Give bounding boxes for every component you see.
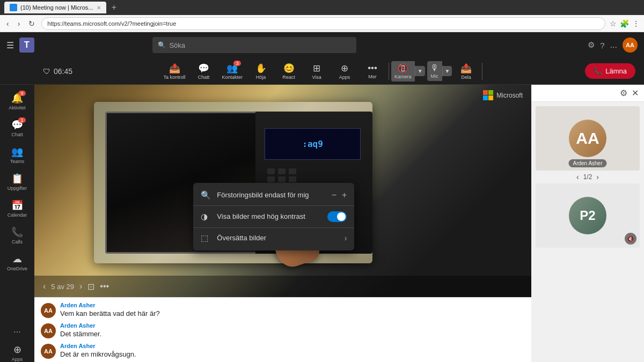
new-tab-button[interactable]: + xyxy=(108,2,120,13)
transcript-scroll[interactable]: AA Arden Asher Vem kan berätta vad det h… xyxy=(34,298,531,362)
p2-avatar: P2 xyxy=(569,197,606,234)
msg2-avatar: AA xyxy=(41,323,56,338)
more-header-icon[interactable]: ... xyxy=(610,40,617,50)
tab-close[interactable]: ✕ xyxy=(97,5,101,11)
nav-reload-button[interactable]: ↻ xyxy=(26,18,37,29)
msg3-text: Det är en mikrovågsugn. xyxy=(60,350,136,358)
url-text: https://teams.microsoft.com/v2/?meetingj… xyxy=(47,20,176,27)
settings-panel-button[interactable]: ⚙ xyxy=(620,88,627,98)
toolbar-ta-kontroll[interactable]: 📤 Ta kontroll xyxy=(159,61,190,82)
toolbar-kontakter[interactable]: 👥 3 Kontakter xyxy=(218,61,247,82)
tab-favicon xyxy=(10,4,17,11)
calendar-label: Calendar xyxy=(8,212,27,218)
toolbar-mic[interactable]: 🎙 Mic ▼ xyxy=(427,61,452,81)
prev-participant-button[interactable]: ‹ xyxy=(576,173,579,181)
chatt-icon-area: 💬 1 xyxy=(11,119,23,131)
sidebar-item-calendar[interactable]: 📅 Calendar xyxy=(4,195,30,222)
toolbar-hoja[interactable]: ✋ Höja xyxy=(247,61,275,82)
toolbar-kamera[interactable]: 📵 Kamera ▼ xyxy=(391,61,425,82)
ms-logo-area: Microsoft xyxy=(483,90,523,100)
contrast-toggle[interactable] xyxy=(327,211,347,222)
zoom-plus-button[interactable]: + xyxy=(342,190,347,200)
expand-icon[interactable]: ⊡ xyxy=(87,282,94,292)
end-call-button[interactable]: 📞 Lämna xyxy=(585,63,635,79)
transcript-panel: AA Arden Asher Vem kan berätta vad det h… xyxy=(34,297,531,362)
right-panel: ⚙ ✕ AA Arden Asher ‹ 1/2 › P2 🔇 xyxy=(531,85,644,362)
visa-icon: ⊞ xyxy=(313,63,320,74)
url-bar[interactable]: https://teams.microsoft.com/v2/?meetingj… xyxy=(41,17,605,30)
context-menu-contrast[interactable]: ◑ Visa bilder med hög kontrast xyxy=(193,207,354,226)
mer-label: Mer xyxy=(368,74,377,79)
mic-dropdown-btn[interactable]: ▼ xyxy=(442,66,452,76)
toolbar-center: 📤 Ta kontroll 💬 Chatt 👥 3 Kontakter ✋ Hö… xyxy=(159,61,485,82)
participant-pagination: ‹ 1/2 › xyxy=(531,171,644,183)
more-video-button[interactable]: ••• xyxy=(100,282,109,291)
sidebar-item-teams[interactable]: 👥 Teams xyxy=(4,142,30,168)
sidebar-item-onedrive[interactable]: ☁ OneDrive xyxy=(4,249,30,276)
chatt-sidebar-badge: 1 xyxy=(18,117,26,123)
context-menu-translate[interactable]: ⬚ Översätta bilder › xyxy=(193,229,354,247)
context-menu-zoom[interactable]: 🔍 Förstoringsbild endast för mig − + xyxy=(193,186,354,204)
sidebar-item-uppgifter[interactable]: 📋 Uppgifter xyxy=(4,168,30,195)
participant-video-2: P2 🔇 xyxy=(536,183,640,248)
search-bar[interactable]: 🔍 Söka xyxy=(152,37,356,53)
toolbar-chatt[interactable]: 💬 Chatt xyxy=(190,61,218,82)
next-slide-button[interactable]: › xyxy=(79,282,82,291)
dela-label: Dela xyxy=(461,75,471,80)
prev-slide-button[interactable]: ‹ xyxy=(43,282,46,291)
onedrive-icon: ☁ xyxy=(12,253,22,265)
contrast-icon: ◑ xyxy=(201,212,211,221)
toolbar-visa[interactable]: ⊞ Visa xyxy=(303,61,331,82)
zoom-minus-button[interactable]: − xyxy=(332,190,336,200)
zoom-icon: 🔍 xyxy=(201,190,211,200)
settings-icon[interactable]: ⚙ xyxy=(588,40,595,50)
context-menu-divider-2 xyxy=(193,227,354,228)
aktivitet-badge: 9 xyxy=(18,91,26,96)
meeting-area: :aq9 xyxy=(34,85,531,362)
help-icon[interactable]: ? xyxy=(600,41,604,50)
search-placeholder: Söka xyxy=(169,41,185,49)
teams-logo: T xyxy=(19,38,34,53)
tasks-icon: 📋 xyxy=(11,173,23,184)
toolbar-dela[interactable]: 📤 Dela xyxy=(452,61,480,82)
header-actions: ⚙ ? ... AA xyxy=(588,38,638,53)
mic-chevron-icon: ▼ xyxy=(445,68,450,74)
hoja-icon: ✋ xyxy=(255,63,267,74)
mic-main-btn[interactable]: 🎙 Mic xyxy=(427,61,442,81)
browser-star-icon[interactable]: ☆ xyxy=(610,19,617,28)
dela-icon: 📤 xyxy=(460,63,472,74)
next-participant-button[interactable]: › xyxy=(596,173,599,181)
kamera-dropdown-btn[interactable]: ▼ xyxy=(415,66,425,76)
toggle-knob xyxy=(337,212,346,221)
main-layout: 🔔 9 Aktivitet 💬 1 Chatt 👥 Teams 📋 Uppgif… xyxy=(0,85,644,362)
msg2-sender: Arden Asher xyxy=(60,322,101,329)
browser-ext-icon[interactable]: 🧩 xyxy=(620,19,629,28)
calendar-icon: 📅 xyxy=(11,200,23,211)
browser-menu-icon[interactable]: ⋮ xyxy=(632,19,640,28)
p1-avatar: AA xyxy=(569,120,606,157)
aktivitet-icon-area: 🔔 9 xyxy=(11,92,23,104)
chatt-sidebar-label: Chatt xyxy=(11,132,23,137)
aktivitet-label: Aktivitet xyxy=(9,105,26,110)
apps-icon: ⊕ xyxy=(341,63,348,74)
toolbar-mer[interactable]: ••• Mer xyxy=(358,61,386,82)
user-avatar[interactable]: AA xyxy=(623,38,638,53)
nav-back-button[interactable]: ‹ xyxy=(4,18,11,29)
sidebar-item-chatt[interactable]: 💬 1 Chatt xyxy=(4,115,30,142)
search-icon: 🔍 xyxy=(158,41,166,49)
sidebar-more-button[interactable]: ... xyxy=(4,320,30,339)
toolbar-react[interactable]: 😊 React xyxy=(275,61,303,82)
toolbar-apps[interactable]: ⊕ Apps xyxy=(331,61,358,82)
kamera-icon: 📵 xyxy=(398,63,408,73)
sidebar-item-calls[interactable]: 📞 Calls xyxy=(4,222,30,249)
nav-forward-button[interactable]: › xyxy=(16,18,23,29)
sidebar-item-aktivitet[interactable]: 🔔 9 Aktivitet xyxy=(4,88,30,115)
apps-sidebar-label: Apps xyxy=(12,357,23,362)
sidebar-item-apps[interactable]: ⊕ Apps xyxy=(4,339,30,362)
kamera-main-btn[interactable]: 📵 Kamera xyxy=(391,61,415,82)
toolbar-divider-2 xyxy=(482,63,482,80)
sidebar-toggle[interactable]: ☰ xyxy=(6,40,14,50)
msg2-text: Det stämmer. xyxy=(60,330,101,338)
browser-tab-active[interactable]: (10) Meeting now | Micros... ✕ xyxy=(4,2,106,13)
close-panel-button[interactable]: ✕ xyxy=(632,88,639,98)
